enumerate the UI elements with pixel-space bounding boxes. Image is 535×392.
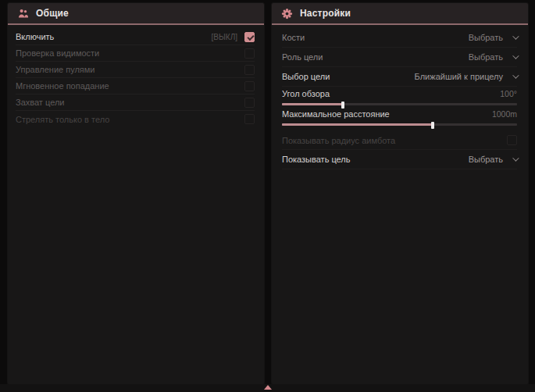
setting-label: Кости bbox=[282, 33, 305, 42]
toggle-label: Стрелять только в тело bbox=[16, 115, 244, 124]
toggle-row-target-lock[interactable]: Захват цели bbox=[16, 94, 255, 111]
panel-title: Общие bbox=[36, 8, 69, 19]
setting-label: Максимальное расстояние bbox=[282, 109, 390, 119]
toggle-row-bullet-control[interactable]: Управление пулями bbox=[16, 62, 255, 78]
bones-dropdown[interactable]: Выбрать bbox=[469, 33, 517, 42]
dropdown-value: Выбрать bbox=[469, 155, 503, 164]
chevron-down-icon bbox=[512, 72, 519, 78]
target-role-row: Роль цели Выбрать bbox=[282, 48, 517, 67]
toggle-label: Захват цели bbox=[16, 98, 244, 107]
setting-label: Показывать цель bbox=[282, 155, 351, 164]
target-role-dropdown[interactable]: Выбрать bbox=[469, 52, 517, 62]
target-lock-checkbox[interactable] bbox=[244, 98, 255, 108]
slider-fill bbox=[282, 123, 433, 126]
max-distance-row: Максимальное расстояние 1000m bbox=[282, 107, 517, 127]
show-target-row: Показывать цель Выбрать bbox=[282, 150, 517, 169]
toggle-label: Мгновенное попадание bbox=[16, 81, 244, 91]
toggle-label: Включить bbox=[16, 32, 212, 41]
slider-fill bbox=[282, 103, 343, 105]
chevron-down-icon bbox=[512, 33, 519, 39]
setting-label: Роль цели bbox=[282, 52, 323, 62]
target-selection-dropdown[interactable]: Ближайший к прицелу bbox=[415, 72, 517, 81]
panel-general: Общие Включить [ВЫКЛ] Проверка видимости… bbox=[8, 3, 264, 384]
toggle-row-visibility-check[interactable]: Проверка видимости bbox=[16, 45, 255, 62]
hotkey-hint: [ВЫКЛ] bbox=[212, 33, 237, 41]
max-distance-slider[interactable] bbox=[282, 122, 517, 127]
panel-general-body: Включить [ВЫКЛ] Проверка видимости Управ… bbox=[8, 25, 264, 384]
instant-hit-checkbox[interactable] bbox=[244, 81, 255, 91]
toggle-row-enable[interactable]: Включить [ВЫКЛ] bbox=[16, 29, 255, 45]
fov-topline: Угол обзора 100° bbox=[282, 89, 517, 98]
max-distance-topline: Максимальное расстояние 1000m bbox=[282, 109, 517, 119]
max-distance-value: 1000m bbox=[492, 109, 517, 119]
show-aimbot-radius-row[interactable]: Показывать радиус аимбота bbox=[282, 131, 517, 150]
dropdown-value: Выбрать bbox=[469, 52, 503, 62]
visibility-check-checkbox[interactable] bbox=[244, 48, 255, 59]
bones-row: Кости Выбрать bbox=[282, 28, 517, 48]
scroll-up-indicator[interactable] bbox=[264, 385, 272, 390]
enable-checkbox[interactable] bbox=[244, 32, 255, 42]
show-target-dropdown[interactable]: Выбрать bbox=[469, 155, 517, 164]
toggle-label: Управление пулями bbox=[16, 65, 244, 74]
panels-container: Общие Включить [ВЫКЛ] Проверка видимости… bbox=[8, 3, 528, 384]
chevron-down-icon bbox=[512, 155, 519, 161]
panel-settings-header: Настройки bbox=[272, 3, 528, 23]
toggle-label: Проверка видимости bbox=[16, 48, 244, 58]
panel-general-header: Общие bbox=[8, 3, 264, 23]
show-aimbot-radius-checkbox[interactable] bbox=[507, 135, 517, 145]
dropdown-value: Выбрать bbox=[469, 33, 503, 42]
fov-slider[interactable] bbox=[282, 102, 517, 107]
panel-settings: Настройки Кости Выбрать Роль цели Выбрат… bbox=[272, 3, 528, 384]
target-selection-row: Выбор цели Ближайший к прицелу bbox=[282, 67, 517, 87]
fov-row: Угол обзора 100° bbox=[282, 87, 517, 107]
people-icon bbox=[17, 8, 29, 20]
gear-icon bbox=[281, 8, 293, 20]
setting-label: Показывать радиус аимбота bbox=[282, 136, 395, 145]
fov-value: 100° bbox=[500, 89, 517, 98]
slider-thumb[interactable] bbox=[341, 102, 344, 109]
panel-settings-body: Кости Выбрать Роль цели Выбрать Выбор це… bbox=[272, 25, 528, 384]
setting-label: Выбор цели bbox=[282, 72, 330, 81]
slider-thumb[interactable] bbox=[431, 122, 434, 129]
chevron-down-icon bbox=[512, 52, 519, 59]
body-only-checkbox[interactable] bbox=[244, 114, 255, 124]
bullet-control-checkbox[interactable] bbox=[244, 65, 255, 75]
setting-label: Угол обзора bbox=[282, 89, 330, 98]
panel-title: Настройки bbox=[300, 8, 351, 19]
toggle-row-body-only[interactable]: Стрелять только в тело bbox=[16, 111, 255, 127]
dropdown-value: Ближайший к прицелу bbox=[415, 72, 503, 81]
toggle-row-instant-hit[interactable]: Мгновенное попадание bbox=[16, 78, 255, 94]
